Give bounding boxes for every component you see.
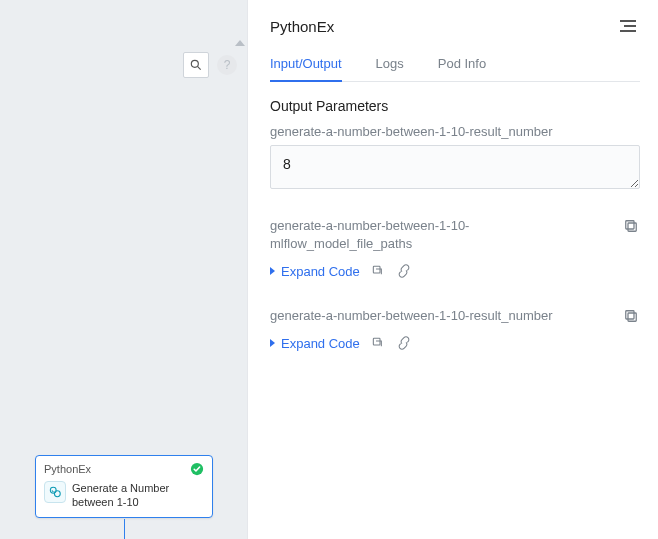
open-external-icon bbox=[370, 335, 386, 351]
svg-rect-10 bbox=[373, 338, 380, 345]
help-icon: ? bbox=[224, 58, 231, 72]
svg-rect-6 bbox=[626, 221, 634, 229]
expand-code-link[interactable]: Expand Code bbox=[270, 336, 360, 351]
details-panel: PythonEx Input/Output Logs Pod Info Outp… bbox=[248, 0, 658, 539]
copy-button[interactable] bbox=[622, 217, 640, 235]
node-task-title: Generate a Number between 1-10 bbox=[72, 481, 204, 509]
tab-pod-info[interactable]: Pod Info bbox=[438, 50, 486, 81]
open-external-button[interactable] bbox=[370, 263, 386, 279]
tabs: Input/Output Logs Pod Info bbox=[270, 40, 640, 82]
svg-point-0 bbox=[191, 60, 198, 67]
panel-menu-button[interactable] bbox=[616, 16, 640, 36]
svg-line-1 bbox=[197, 66, 200, 69]
workflow-node-pythonex[interactable]: PythonEx Generate a Number between 1-10 bbox=[35, 455, 213, 518]
svg-rect-8 bbox=[628, 313, 636, 321]
output-value: 8 bbox=[283, 156, 291, 172]
chevron-right-icon bbox=[270, 339, 275, 347]
section-title: Output Parameters bbox=[270, 98, 640, 114]
svg-rect-5 bbox=[628, 223, 636, 231]
param-block: generate-a-number-between-1-10-result_nu… bbox=[270, 307, 640, 351]
node-type-label: PythonEx bbox=[44, 463, 91, 475]
status-success-icon bbox=[190, 462, 204, 476]
link-button[interactable] bbox=[396, 335, 412, 351]
copy-button[interactable] bbox=[622, 307, 640, 325]
svg-rect-7 bbox=[373, 266, 380, 273]
help-button[interactable]: ? bbox=[217, 55, 237, 75]
canvas-toolbar: ? bbox=[183, 52, 237, 78]
collapse-arrow-icon[interactable] bbox=[235, 40, 245, 46]
link-icon bbox=[396, 335, 412, 351]
panel-title: PythonEx bbox=[270, 18, 334, 35]
output-value-box[interactable]: 8 bbox=[270, 145, 640, 189]
node-connector bbox=[124, 519, 125, 539]
expand-code-link[interactable]: Expand Code bbox=[270, 264, 360, 279]
link-button[interactable] bbox=[396, 263, 412, 279]
chevron-right-icon bbox=[270, 267, 275, 275]
search-icon bbox=[189, 58, 203, 72]
param-label-result-number: generate-a-number-between-1-10-result_nu… bbox=[270, 124, 640, 139]
link-icon bbox=[396, 263, 412, 279]
param-name: generate-a-number-between-1-10-result_nu… bbox=[270, 307, 553, 325]
open-external-button[interactable] bbox=[370, 335, 386, 351]
copy-icon bbox=[622, 307, 640, 325]
expand-code-label: Expand Code bbox=[281, 336, 360, 351]
tab-input-output[interactable]: Input/Output bbox=[270, 50, 342, 81]
search-button[interactable] bbox=[183, 52, 209, 78]
open-external-icon bbox=[370, 263, 386, 279]
python-task-icon bbox=[44, 481, 66, 503]
graph-canvas[interactable]: ? PythonEx Generate a Number between 1-1… bbox=[0, 0, 248, 539]
param-block: generate-a-number-between-1-10-mlflow_mo… bbox=[270, 217, 640, 279]
param-name: generate-a-number-between-1-10-mlflow_mo… bbox=[270, 217, 590, 253]
expand-code-label: Expand Code bbox=[281, 264, 360, 279]
copy-icon bbox=[622, 217, 640, 235]
svg-point-4 bbox=[54, 491, 60, 497]
tab-logs[interactable]: Logs bbox=[376, 50, 404, 81]
svg-rect-9 bbox=[626, 311, 634, 319]
